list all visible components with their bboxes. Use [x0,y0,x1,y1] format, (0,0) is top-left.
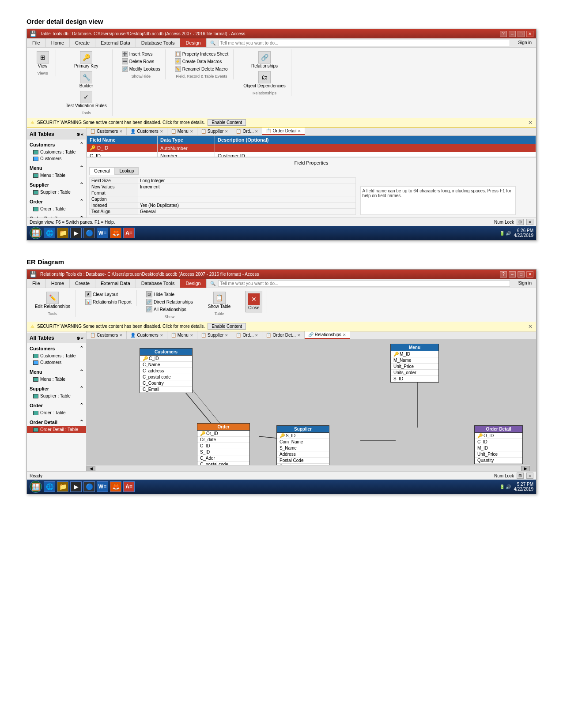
menu-section-title1[interactable]: Menu⌃ [27,164,86,172]
table-row[interactable]: 🔑 D_ID AutoNumber [87,144,536,152]
tab-database-tools2[interactable]: Database Tools [136,279,181,288]
relationships-btn1[interactable]: 🔗 Relationships [249,50,280,69]
doc-tab-supplier1[interactable]: 📋Supplier✕ [197,128,233,135]
doc-tab-customers1b[interactable]: 👤Customers✕ [127,128,167,135]
word-icon2[interactable]: W≡ [97,481,108,492]
sidebar-supplier-table1[interactable]: Supplier : Table [27,189,86,195]
tab-external-data1[interactable]: External Data [95,38,136,47]
maximize-btn1[interactable]: □ [518,31,525,37]
security-close1[interactable]: ✕ [528,120,533,126]
media-icon2[interactable]: ▶ [70,481,82,492]
sidebar-orderdetail-table2[interactable]: Order Detail : Table [27,426,86,433]
customers-section-title1[interactable]: Customers⌃ [27,140,86,149]
delete-rows-btn1[interactable]: ➖ Delete Rows [121,58,162,65]
view-btn-design1[interactable]: ⊞ [517,219,524,225]
enable-content-btn1[interactable]: Enable Content [208,119,246,126]
sidebar-supplier-table2[interactable]: Supplier : Table [27,393,86,399]
all-relationships-btn2[interactable]: 🔗 All Relationships [145,306,194,313]
close-btn2[interactable]: ✕ [526,271,533,278]
test-validation-btn1[interactable]: ✓ Test Validation Rules [64,90,109,109]
tab-create1[interactable]: Create [70,38,95,47]
doc-tab-orderdet2[interactable]: 📋Order Det...✕ [262,331,304,339]
doc-tab-menu1[interactable]: 📋Menu✕ [167,128,197,135]
start-btn2[interactable]: 🪟 [30,480,42,493]
sidebar-order-table1[interactable]: Order : Table [27,206,86,212]
doc-tab-supplier2[interactable]: 📋Supplier✕ [197,331,233,339]
folder-icon2[interactable]: 📁 [57,481,68,492]
sidebar-customers1[interactable]: Customers [27,155,86,162]
view-btn-layout1[interactable]: ≡ [526,219,533,225]
sidebar-customers-table2[interactable]: Customers : Table [27,353,86,359]
sidebar-customers2[interactable]: Customers [27,359,86,366]
sidebar-menu-table2[interactable]: Menu : Table [27,376,86,383]
view-btn1[interactable]: ⊞ View [35,50,51,69]
object-deps-btn1[interactable]: 🗂 Object Dependencies [242,70,287,89]
tab-home2[interactable]: Home [46,279,70,288]
doc-tab-customers2b[interactable]: 👤Customers✕ [127,331,167,339]
folder-icon1[interactable]: 📁 [57,228,68,238]
sidebar-search-icon2[interactable]: ⊛ « [76,336,83,341]
relationship-report-btn2[interactable]: 📊 Relationship Report [84,298,133,305]
tab-design1[interactable]: Design [180,38,206,47]
supplier-section-title2[interactable]: Supplier⌃ [27,384,86,393]
edit-relationships-btn2[interactable]: ✏️ Edit Relationships [33,291,72,310]
firefox-icon1[interactable]: 🦊 [110,228,121,238]
hide-table-btn2[interactable]: ⊡ Hide Table [145,291,194,298]
er-supplier-box[interactable]: Supplier 🔑 S_ID Com_Name S_Name Address … [276,425,329,470]
word-icon1[interactable]: W≡ [97,228,108,238]
doc-tab-menu2[interactable]: 📋Menu✕ [167,331,197,339]
direct-relationships-btn2[interactable]: 🔗 Direct Relationships [145,298,194,305]
doc-tab-customers1a[interactable]: 📋Customers✕ [87,128,127,135]
er-orderdetail-box[interactable]: Order Detail 🔑 O_ID C_ID M_ID Unit_Price… [474,425,523,464]
chrome-icon1[interactable]: 🔵 [83,228,95,238]
search-input2[interactable] [218,280,510,287]
customers-section-title2[interactable]: Customers⌃ [27,344,86,353]
media-icon1[interactable]: ▶ [70,228,82,238]
orderdetail-section-title2[interactable]: Order Detail⌃ [27,418,86,426]
doc-tab-orderdetail1[interactable]: 📋Order Detail✕ [262,128,305,135]
orderdetail-section-title1[interactable]: Order Detail⌃ [27,214,86,218]
view-btn-layout2[interactable]: ≡ [526,473,533,479]
doc-tab-ord1[interactable]: 📋Ord...✕ [232,128,262,135]
tab-database-tools1[interactable]: Database Tools [136,38,181,47]
hscroll-left[interactable]: ◀ [87,466,95,471]
rename-delete-macro-btn1[interactable]: ✏️ Rename/ Delete Macro [174,65,230,72]
chrome-icon2[interactable]: 🔵 [83,481,95,492]
help-btn1[interactable]: ? [500,31,507,37]
enable-content-btn2[interactable]: Enable Content [208,323,246,330]
er-order-box[interactable]: Order 🔑 Or_ID Or_date C_ID S_ID C_Addr C… [197,423,250,471]
show-table-btn2[interactable]: 📋 Show Table [206,291,233,310]
builder-btn1[interactable]: 🔧 Builder [78,70,95,89]
security-close2[interactable]: ✕ [528,323,533,330]
general-tab1[interactable]: General [89,167,115,175]
tab-file1[interactable]: File [27,38,46,47]
close-btn1[interactable]: ✕ [526,31,533,37]
doc-tab-relationships2[interactable]: 🔗Relationships✕ [305,331,350,339]
er-menu-box[interactable]: Menu 🔑 M_ID M_Name Unit_Price Units_orde… [390,344,439,383]
er-customers-box[interactable]: Customers 🔑 C_ID C_Name C_address C_post… [140,348,193,393]
minimize-btn1[interactable]: – [509,31,516,37]
view-btn-design2[interactable]: ⊞ [517,473,524,479]
signin-btn1[interactable]: Sign in [514,38,536,47]
doc-tab-ord2[interactable]: 📋Ord...✕ [232,331,262,339]
tab-create2[interactable]: Create [70,279,95,288]
close-btn-ribbon2[interactable]: ✕ Close [246,291,262,312]
table-row[interactable]: C_ID Number Customer ID [87,152,536,157]
menu-section-title2[interactable]: Menu⌃ [27,368,86,376]
property-sheet-btn1[interactable]: 📋 Property Indexes Sheet [174,50,230,57]
tab-home1[interactable]: Home [46,38,70,47]
insert-rows-btn1[interactable]: ➕ Insert Rows [121,50,162,57]
start-btn1[interactable]: 🪟 [30,227,42,239]
lookup-tab1[interactable]: Lookup [115,167,139,175]
tab-external-data2[interactable]: External Data [95,279,136,288]
maximize-btn2[interactable]: □ [518,271,525,278]
sidebar-search-icon1[interactable]: ⊛ « [76,132,83,137]
minimize-btn2[interactable]: – [509,271,516,278]
primary-key-btn1[interactable]: 🔑 Primary Key [72,50,100,69]
ie-icon1[interactable]: 🌐 [44,228,55,238]
order-section-title1[interactable]: Order⌃ [27,197,86,206]
create-data-macros-btn1[interactable]: ⚡ Create Data Macros [174,58,230,65]
signin-btn2[interactable]: Sign in [514,279,536,288]
search-input1[interactable] [218,40,510,46]
tab-design2[interactable]: Design [180,279,206,288]
